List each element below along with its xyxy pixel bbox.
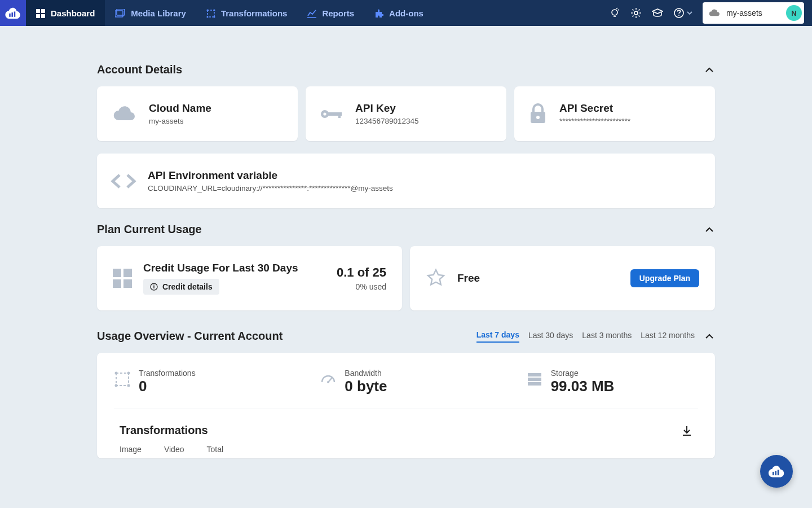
nav-label: Media Library: [131, 8, 186, 18]
stat-bandwidth: Bandwidth 0 byte: [320, 369, 492, 395]
stat-value: 0: [139, 378, 196, 395]
nav-label: Dashboard: [51, 8, 95, 18]
stat-label: Transformations: [139, 369, 196, 378]
chevron-up-icon[interactable]: [704, 64, 715, 76]
svg-rect-8: [117, 9, 125, 15]
help-fab[interactable]: [760, 455, 793, 488]
svg-rect-29: [123, 269, 132, 277]
transformations-section: Transformations Image Video Total: [114, 409, 698, 454]
credit-value: 0.1 of 25: [337, 265, 386, 280]
card-value: CLOUDINARY_URL=cloudinary://************…: [148, 184, 393, 192]
svg-point-21: [678, 15, 679, 16]
svg-point-39: [127, 384, 130, 387]
chevron-up-icon[interactable]: [704, 331, 715, 342]
env-var-card[interactable]: API Environment variable CLOUDINARY_URL=…: [97, 154, 715, 208]
logo[interactable]: [0, 0, 26, 26]
media-icon: [115, 9, 125, 18]
card-title: Cloud Name: [149, 102, 211, 115]
svg-rect-7: [115, 11, 123, 17]
lock-icon: [528, 103, 548, 125]
nav-transformations[interactable]: Transformations: [196, 0, 298, 26]
trans-tab-video[interactable]: Video: [164, 445, 184, 454]
svg-line-17: [616, 8, 617, 9]
svg-rect-43: [528, 378, 541, 381]
svg-rect-47: [773, 472, 774, 475]
nav-label: Add-ons: [389, 8, 423, 18]
chevron-down-icon: [687, 10, 692, 16]
stat-value: 99.03 MB: [551, 378, 615, 395]
credit-details-chip[interactable]: Credit details: [143, 279, 219, 295]
api-key-card[interactable]: API Key 123456789012345: [306, 86, 506, 141]
svg-line-18: [618, 10, 619, 10]
stat-label: Bandwidth: [345, 369, 387, 378]
card-value: 123456789012345: [355, 117, 419, 125]
cloud-logo-icon: [766, 463, 787, 480]
transform-icon: [114, 371, 131, 388]
svg-rect-6: [41, 14, 45, 18]
nav-addons[interactable]: Add-ons: [364, 0, 434, 26]
svg-rect-9: [208, 10, 214, 17]
education-icon[interactable]: [652, 7, 663, 19]
main-content: Account Details Cloud Name my-assets API…: [0, 26, 812, 458]
bulb-icon[interactable]: [609, 7, 620, 19]
credit-usage-card: Credit Usage For Last 30 Days Credit det…: [97, 246, 402, 310]
range-tab-3m[interactable]: Last 3 months: [582, 331, 632, 342]
range-tab-7d[interactable]: Last 7 days: [476, 330, 519, 343]
cloud-icon: [708, 8, 721, 17]
svg-rect-49: [778, 470, 779, 475]
account-details-header: Account Details: [97, 63, 715, 76]
svg-rect-25: [338, 115, 341, 118]
svg-rect-31: [123, 279, 132, 288]
section-title: Account Details: [97, 63, 182, 76]
stat-value: 0 byte: [345, 378, 387, 395]
svg-rect-5: [36, 14, 40, 18]
svg-point-36: [115, 372, 118, 375]
card-title: API Key: [355, 102, 419, 115]
svg-point-19: [634, 11, 638, 15]
usage-overview-card: Transformations 0 Bandwidth 0 byte Stora…: [97, 353, 715, 458]
section-title: Plan Current Usage: [97, 223, 202, 236]
svg-point-13: [213, 16, 215, 17]
stat-storage: Storage 99.03 MB: [526, 369, 698, 395]
svg-rect-35: [116, 373, 129, 386]
svg-point-38: [115, 384, 118, 387]
card-title: API Secret: [559, 102, 630, 115]
key-icon: [319, 104, 344, 124]
svg-rect-42: [528, 373, 541, 376]
dashboard-icon: [36, 9, 45, 18]
addons-icon: [374, 9, 383, 18]
info-icon: [150, 283, 158, 291]
nav-label: Transformations: [221, 8, 288, 18]
plan-tier-card: Free Upgrade Plan: [410, 246, 715, 310]
squares-icon: [113, 269, 132, 288]
account-details-row: Cloud Name my-assets API Key 12345678901…: [97, 86, 715, 141]
cloud-name-card[interactable]: Cloud Name my-assets: [97, 86, 298, 141]
download-icon[interactable]: [681, 425, 692, 436]
account-selector[interactable]: my-assets N: [703, 2, 804, 24]
trans-tab-total[interactable]: Total: [206, 445, 223, 454]
card-title: API Environment variable: [148, 169, 393, 182]
svg-rect-4: [41, 9, 45, 13]
nav-media-library[interactable]: Media Library: [105, 0, 196, 26]
svg-point-37: [127, 372, 130, 375]
card-value: my-assets: [149, 117, 211, 125]
nav-dashboard[interactable]: Dashboard: [26, 0, 105, 26]
gear-icon[interactable]: [630, 7, 642, 19]
plan-tier-label: Free: [457, 272, 480, 284]
api-secret-card[interactable]: API Secret ************************: [514, 86, 715, 141]
gauge-icon: [320, 371, 337, 388]
trans-tab-image[interactable]: Image: [120, 445, 142, 454]
svg-point-10: [206, 9, 208, 11]
range-tab-12m[interactable]: Last 12 months: [641, 331, 695, 342]
reports-icon: [307, 9, 316, 18]
star-icon: [426, 268, 446, 288]
storage-icon: [526, 371, 543, 388]
range-tab-30d[interactable]: Last 30 days: [528, 331, 573, 342]
upgrade-plan-button[interactable]: Upgrade Plan: [630, 269, 699, 287]
help-menu[interactable]: [673, 7, 692, 19]
svg-rect-48: [775, 471, 776, 475]
chevron-up-icon[interactable]: [704, 224, 715, 235]
card-value: ************************: [559, 117, 630, 125]
svg-rect-3: [36, 9, 40, 13]
nav-reports[interactable]: Reports: [297, 0, 364, 26]
